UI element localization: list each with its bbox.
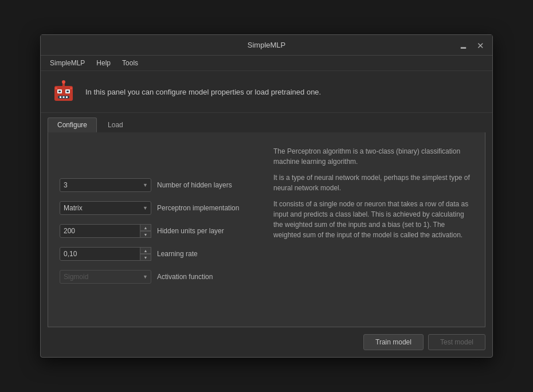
- robot-icon: [50, 78, 77, 105]
- perceptron-impl-row: Matrix Simple Perceptron implementation: [60, 201, 260, 215]
- main-window: SimpleMLP 🗕 ✕ SimpleMLP Help Tools: [40, 34, 493, 358]
- banner: In this panel you can configure model pr…: [41, 71, 492, 113]
- menu-tools[interactable]: Tools: [117, 57, 143, 69]
- hidden-units-spinner: ▲ ▼: [60, 224, 151, 238]
- tabs: Configure Load: [41, 113, 492, 132]
- svg-rect-6: [66, 91, 69, 92]
- hidden-layers-select[interactable]: 3 1 2 4 5: [60, 178, 151, 192]
- hidden-units-decrement[interactable]: ▼: [140, 231, 151, 238]
- learning-rate-input[interactable]: [60, 247, 151, 261]
- menu-help[interactable]: Help: [92, 57, 115, 69]
- menubar: SimpleMLP Help Tools: [41, 56, 492, 71]
- description-p1: The Perceptron algorithm is a two-class …: [273, 146, 473, 167]
- hidden-units-label: Hidden units per layer: [157, 227, 224, 235]
- test-model-button[interactable]: Test model: [428, 334, 485, 350]
- train-model-button[interactable]: Train model: [363, 334, 424, 350]
- panel-content: 3 1 2 4 5 Number of hidden layers Matrix…: [48, 132, 485, 327]
- form-left-column: 3 1 2 4 5 Number of hidden layers Matrix…: [60, 146, 260, 313]
- banner-text: In this panel you can configure model pr…: [85, 88, 321, 96]
- description-p2: It is a type of neural network model, pe…: [273, 173, 473, 193]
- svg-point-11: [55, 87, 57, 89]
- svg-point-2: [62, 80, 65, 84]
- perceptron-impl-select-wrapper: Matrix Simple: [60, 201, 151, 215]
- svg-rect-9: [63, 96, 65, 98]
- hidden-layers-label: Number of hidden layers: [157, 181, 232, 189]
- activation-label: Activation function: [157, 273, 213, 281]
- tab-configure[interactable]: Configure: [48, 117, 97, 132]
- hidden-units-increment[interactable]: ▲: [140, 224, 151, 231]
- svg-point-12: [70, 87, 72, 89]
- hidden-layers-select-wrapper: 3 1 2 4 5: [60, 178, 151, 192]
- hidden-units-row: ▲ ▼ Hidden units per layer: [60, 224, 260, 238]
- window-title: SimpleMLP: [248, 41, 285, 49]
- hidden-units-input[interactable]: [60, 224, 151, 238]
- minimize-button[interactable]: 🗕: [456, 40, 471, 50]
- menu-simplemlp[interactable]: SimpleMLP: [45, 57, 89, 69]
- titlebar: SimpleMLP 🗕 ✕: [41, 35, 492, 56]
- learning-rate-label: Learning rate: [157, 250, 198, 258]
- learning-rate-increment[interactable]: ▲: [140, 247, 151, 254]
- learning-rate-spin-buttons: ▲ ▼: [140, 247, 151, 261]
- learning-rate-spinner: ▲ ▼: [60, 247, 151, 261]
- svg-rect-5: [58, 91, 61, 92]
- activation-select[interactable]: Sigmoid ReLU Tanh: [60, 270, 151, 284]
- footer: Train model Test model: [41, 327, 492, 357]
- tab-load[interactable]: Load: [98, 117, 133, 132]
- perceptron-impl-label: Perceptron implementation: [157, 204, 239, 212]
- svg-rect-10: [66, 96, 68, 98]
- hidden-layers-row: 3 1 2 4 5 Number of hidden layers: [60, 178, 260, 192]
- description-column: The Perceptron algorithm is a two-class …: [273, 146, 473, 313]
- hidden-units-spin-buttons: ▲ ▼: [140, 224, 151, 238]
- perceptron-impl-select[interactable]: Matrix Simple: [60, 201, 151, 215]
- activation-row: Sigmoid ReLU Tanh Activation function: [60, 270, 260, 284]
- description-p3: It consists of a single node or neuron t…: [273, 199, 473, 240]
- learning-rate-row: ▲ ▼ Learning rate: [60, 247, 260, 261]
- activation-select-wrapper: Sigmoid ReLU Tanh: [60, 270, 151, 284]
- svg-rect-8: [60, 96, 61, 98]
- close-button[interactable]: ✕: [473, 40, 488, 50]
- window-controls: 🗕 ✕: [456, 40, 488, 50]
- learning-rate-decrement[interactable]: ▼: [140, 254, 151, 261]
